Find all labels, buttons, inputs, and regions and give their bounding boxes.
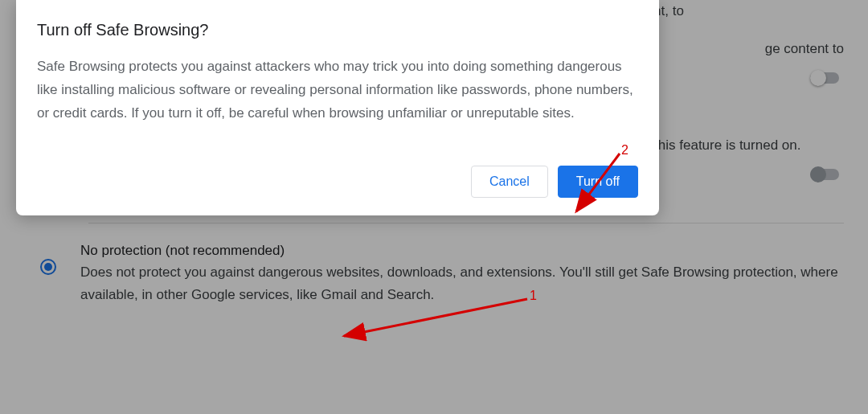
- dialog-title: Turn off Safe Browsing?: [37, 21, 638, 39]
- dialog-actions: Cancel Turn off: [37, 166, 638, 198]
- dialog-body: Safe Browsing protects you against attac…: [37, 55, 638, 125]
- cancel-button[interactable]: Cancel: [471, 166, 548, 198]
- annotation-label-2: 2: [621, 143, 628, 158]
- annotation-label-1: 1: [530, 289, 537, 303]
- confirm-dialog: Turn off Safe Browsing? Safe Browsing pr…: [16, 0, 659, 215]
- turn-off-button[interactable]: Turn off: [558, 166, 638, 198]
